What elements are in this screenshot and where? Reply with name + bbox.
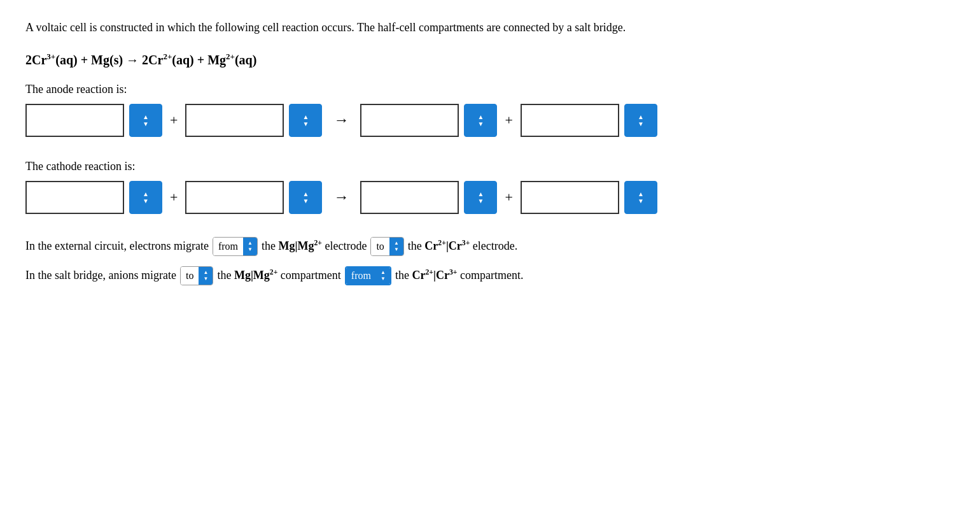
external-middle1: the Mg|Mg2+ electrode [262, 237, 367, 255]
arrow-down-icon: ▼ [248, 246, 253, 253]
cathode-select-3[interactable]: ▲ ▼ [464, 181, 497, 214]
salt-dropdown-1-label: to [181, 266, 199, 285]
salt-bridge-sentence: In the salt bridge, anions migrate to ▲ … [25, 266, 955, 285]
salt-bridge-prefix: In the salt bridge, anions migrate [25, 266, 176, 285]
arrow-up-icon-4: ▲ [381, 269, 386, 276]
arrow-up-icon-2: ▲ [394, 240, 399, 246]
arrow-down-icon-2: ▼ [394, 246, 399, 253]
cathode-select-1[interactable]: ▲ ▼ [129, 181, 162, 214]
salt-dropdown-1[interactable]: to ▲ ▼ [180, 266, 213, 285]
external-dropdown-2-label: to [371, 237, 389, 256]
intro-paragraph: A voltaic cell is constructed in which t… [25, 19, 916, 36]
cathode-reaction-row: ▲ ▼ + ▲ ▼ → ▲ ▼ + ▲ ▼ [25, 181, 955, 214]
arrow-up-icon-3: ▲ [203, 269, 208, 276]
external-dropdown-1-arrows[interactable]: ▲ ▼ [243, 237, 257, 256]
anode-plus-2: + [502, 112, 515, 129]
cathode-plus-2: + [502, 189, 515, 206]
arrow-down-icon-4: ▼ [381, 276, 386, 282]
cathode-input-2[interactable] [185, 181, 284, 214]
external-dropdown-2-arrows[interactable]: ▲ ▼ [389, 237, 403, 256]
cathode-label: The cathode reaction is: [25, 160, 955, 173]
external-prefix: In the external circuit, electrons migra… [25, 237, 209, 255]
arrow-up-icon: ▲ [248, 240, 253, 246]
cathode-input-1[interactable] [25, 181, 124, 214]
external-dropdown-1-label: from [213, 237, 243, 256]
anode-select-2[interactable]: ▲ ▼ [289, 104, 322, 137]
cathode-arrow: → [327, 189, 355, 206]
equation-text: 2Cr3+(aq) + Mg(s) → 2Cr2+(aq) + Mg2+(aq) [25, 52, 256, 68]
anode-label: The anode reaction is: [25, 83, 955, 96]
anode-select-4[interactable]: ▲ ▼ [624, 104, 657, 137]
anode-plus-1: + [167, 112, 180, 129]
chemical-equation: 2Cr3+(aq) + Mg(s) → 2Cr2+(aq) + Mg2+(aq) [25, 52, 955, 68]
anode-input-1[interactable] [25, 104, 124, 137]
external-middle2: the Cr2+|Cr3+ electrode. [408, 237, 517, 255]
external-circuit-sentence: In the external circuit, electrons migra… [25, 237, 955, 256]
salt-dropdown-1-arrows[interactable]: ▲ ▼ [199, 266, 213, 285]
external-dropdown-1[interactable]: from ▲ ▼ [213, 237, 258, 256]
cathode-input-4[interactable] [521, 181, 619, 214]
cathode-select-4[interactable]: ▲ ▼ [624, 181, 657, 214]
anode-arrow: → [327, 111, 355, 129]
cathode-plus-1: + [167, 189, 180, 206]
salt-dropdown-2-label: from [346, 266, 376, 285]
salt-dropdown-2-arrows[interactable]: ▲ ▼ [376, 266, 390, 285]
anode-input-2[interactable] [185, 104, 284, 137]
cathode-input-3[interactable] [360, 181, 459, 214]
anode-input-4[interactable] [521, 104, 619, 137]
anode-select-1[interactable]: ▲ ▼ [129, 104, 162, 137]
salt-dropdown-2[interactable]: from ▲ ▼ [345, 266, 391, 285]
salt-middle1: the Mg|Mg2+ compartment [217, 266, 340, 285]
external-dropdown-2[interactable]: to ▲ ▼ [370, 237, 403, 256]
anode-reaction-row: ▲ ▼ + ▲ ▼ → ▲ ▼ + ▲ ▼ [25, 104, 955, 137]
arrow-down-icon-3: ▼ [203, 276, 208, 282]
cathode-select-2[interactable]: ▲ ▼ [289, 181, 322, 214]
salt-middle2: the Cr2+|Cr3+ compartment. [395, 266, 523, 285]
anode-select-3[interactable]: ▲ ▼ [464, 104, 497, 137]
anode-input-3[interactable] [360, 104, 459, 137]
